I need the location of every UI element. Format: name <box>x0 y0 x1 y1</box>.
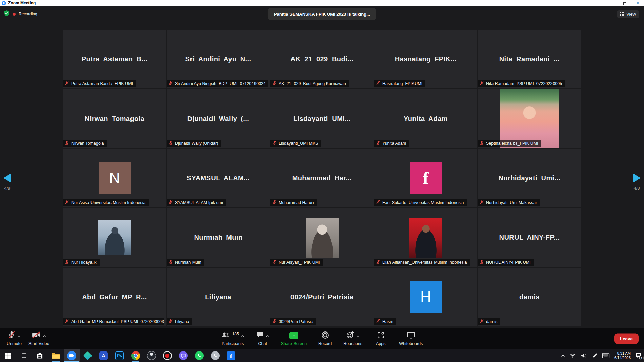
reactions-caret-icon[interactable] <box>356 333 360 339</box>
participant-name: Muhammad Har... <box>292 174 352 182</box>
muted-mic-icon <box>376 200 380 205</box>
taskbar-whatsapp-icon[interactable] <box>191 349 207 362</box>
video-options-caret-icon[interactable] <box>43 333 46 339</box>
participant-label-text: damis <box>486 319 497 324</box>
participant-tile[interactable]: Nirwan TomagolaNirwan Tomagola <box>63 89 166 148</box>
page-indicator: 4/8 <box>633 186 640 191</box>
next-page-control[interactable]: 4/8 <box>633 173 641 191</box>
participant-label-text: Liliyana <box>175 319 189 324</box>
participant-label-text: Abd Gafur MP Rumadaul_PSP UMI_0720200003 <box>71 319 164 324</box>
taskbar-task-view-icon[interactable] <box>16 349 32 362</box>
record-button[interactable]: Record <box>316 331 335 346</box>
participant-tile[interactable]: Muhammad Har...Muhammad Harun <box>270 149 374 207</box>
participant-tile[interactable]: HHasni <box>374 268 477 326</box>
participant-tile[interactable]: Nur Hidaya.R <box>63 208 166 267</box>
taskbar-facebook-icon[interactable]: f <box>223 349 239 362</box>
participants-caret-icon[interactable] <box>241 333 244 339</box>
touch-keyboard-icon[interactable] <box>602 353 610 358</box>
unmute-button[interactable]: Unmute <box>5 331 24 346</box>
participant-tile[interactable]: SYAMSUL ALAM...SYAMSUL ALAM fpik umi <box>167 149 270 207</box>
participant-photo <box>500 89 559 148</box>
zoom-app-icon <box>2 1 6 5</box>
participant-label: Djunaidi Wally (Unidar) <box>167 140 221 147</box>
participant-name: Djunaidi Wally (... <box>187 115 249 123</box>
chat-button[interactable]: Chat <box>253 331 272 346</box>
participant-tile[interactable]: Lisdayanti_UMI...Lisdayanti_UMI MKS <box>270 89 374 148</box>
whiteboards-button[interactable]: Whiteboards <box>399 331 423 346</box>
participant-tile[interactable]: Nita Ramadani_...Nita Ramadani_PSP UMI_0… <box>478 30 581 88</box>
participant-name: Hasnatang_FPIK... <box>395 55 457 63</box>
participant-tile[interactable]: Putra Astaman B...Putra Astaman Basda_FP… <box>63 30 166 88</box>
pen-icon[interactable] <box>592 353 598 359</box>
muted-mic-icon <box>480 141 484 146</box>
taskbar-viber-icon[interactable] <box>175 349 191 362</box>
share-screen-icon: ↑ <box>289 332 298 339</box>
participant-name: Sri Andini Ayu N... <box>185 55 251 63</box>
taskbar-file-explorer-icon[interactable] <box>48 349 64 362</box>
audio-options-caret-icon[interactable] <box>17 333 21 339</box>
participant-name: Nita Ramadani_... <box>499 55 560 63</box>
taskbar-zoom-icon[interactable] <box>64 349 80 362</box>
close-button[interactable]: ✕ <box>631 0 644 6</box>
minimize-button[interactable] <box>605 0 618 6</box>
participant-label-text: Dian Alfiansah_Universitas Muslim Indone… <box>382 260 467 265</box>
view-button[interactable]: View <box>617 10 639 18</box>
action-center-icon[interactable]: 2 <box>635 352 642 359</box>
participant-tile[interactable]: Hasnatang_FPIK...Hasnatang_FPIKUMI <box>374 30 477 88</box>
muted-mic-icon <box>480 200 484 205</box>
next-page-arrow-icon[interactable] <box>633 173 641 183</box>
participant-tile[interactable]: Septina elcha bs_FPIK UMI <box>478 89 581 148</box>
participant-label: Hasnatang_FPIKUMI <box>374 80 425 87</box>
leave-button[interactable]: Leave <box>614 334 639 344</box>
participant-tile[interactable]: Sri Andini Ayu N...Sri Andini Ayu Ningsi… <box>167 30 270 88</box>
previous-page-arrow-icon[interactable] <box>3 173 11 183</box>
participant-tile[interactable]: NNur Asisa Universitas Muslim Indonesia <box>63 149 166 207</box>
participant-tile[interactable]: Nurhidayati_Umi...Nurhidayati_Umi Makass… <box>478 149 581 207</box>
muted-mic-icon <box>272 200 277 205</box>
taskbar-filmora-icon[interactable] <box>80 349 96 362</box>
participant-label: Nur Hidaya.R <box>63 259 100 266</box>
start-video-button[interactable]: Start Video <box>28 331 49 346</box>
taskbar-chrome-icon[interactable] <box>127 349 143 362</box>
reactions-button[interactable]: Reactions <box>343 331 362 346</box>
restore-button[interactable] <box>618 0 631 6</box>
volume-icon[interactable] <box>581 353 587 358</box>
participant-tile[interactable]: AK_21_029_Budi...AK_21_029_Budi Agung Ku… <box>270 30 374 88</box>
chat-caret-icon[interactable] <box>266 333 269 339</box>
participant-tile[interactable]: Dian Alfiansah_Universitas Muslim Indone… <box>374 208 477 267</box>
participant-label: Hasni <box>374 318 396 325</box>
participant-tile[interactable]: Abd Gafur MP R...Abd Gafur MP Rumadaul_P… <box>63 268 166 326</box>
participant-tile[interactable]: Nur Aisyah_FPIK UMI <box>270 208 374 267</box>
apps-button[interactable]: Apps <box>371 331 390 346</box>
previous-page-control[interactable]: 4/8 <box>3 173 11 191</box>
participants-button[interactable]: 185 Participants <box>221 331 244 346</box>
taskbar-photoshop-icon[interactable]: Ps <box>112 349 127 362</box>
hidden-icons-chevron-icon[interactable] <box>561 354 565 357</box>
muted-mic-icon <box>168 260 173 265</box>
participant-tile[interactable]: NURUL AINY-FP...NURUL AINY-FPIK UMI <box>478 208 581 267</box>
participant-tile[interactable]: Yunita AdamYunita Adam <box>374 89 477 148</box>
participant-label: Putra Astaman Basda_FPIK UMI <box>63 80 136 87</box>
share-screen-button[interactable]: ↑ Share Screen <box>281 331 307 346</box>
muted-mic-icon <box>480 81 484 86</box>
participant-name: SYAMSUL ALAM... <box>187 174 250 182</box>
participant-tile[interactable]: LiliyanaLiliyana <box>167 268 270 326</box>
participant-tile[interactable]: Nurmiah MuinNurmiah Muin <box>167 208 270 267</box>
taskbar-clock[interactable]: 8:31 AM 6/14/2023 <box>614 351 631 360</box>
participant-label-text: 0024/Putri Patrisia <box>279 319 313 324</box>
participant-photo <box>306 218 339 258</box>
participant-tile[interactable]: 0024/Putri Patrisia0024/Putri Patrisia <box>270 268 374 326</box>
participant-tile[interactable]: damisdamis <box>478 268 581 326</box>
encryption-shield-icon[interactable] <box>4 10 9 18</box>
participant-name: damis <box>519 293 540 301</box>
taskbar-obs-studio-icon[interactable] <box>143 349 159 362</box>
taskbar-windows-start-icon[interactable] <box>0 349 16 362</box>
taskbar-screen-recorder-icon[interactable] <box>159 349 175 362</box>
taskbar-phone-app-icon[interactable] <box>207 349 223 362</box>
wifi-icon[interactable] <box>569 353 576 358</box>
taskbar-microsoft-store-icon[interactable] <box>32 349 48 362</box>
participant-tile[interactable]: fFani Sukarto_Universitas Muslim Indones… <box>374 149 477 207</box>
participant-tile[interactable]: Djunaidi Wally (...Djunaidi Wally (Unida… <box>167 89 270 148</box>
taskbar-scanner-app-icon[interactable]: A <box>96 349 112 362</box>
muted-mic-icon <box>376 141 380 146</box>
